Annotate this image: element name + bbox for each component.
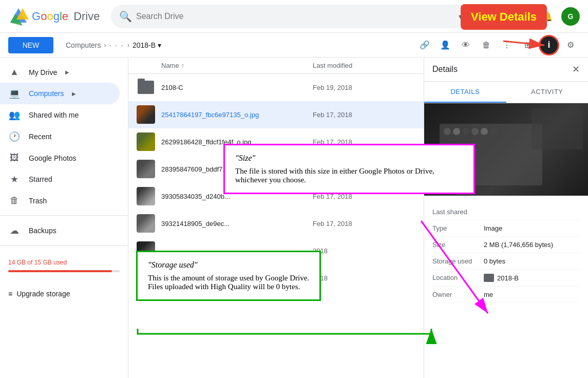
sidebar-item-label: Starred (29, 175, 52, 183)
panel-title: Details (432, 65, 568, 74)
detail-last-shared: Last shared (432, 204, 580, 220)
table-row[interactable]: 39321418905_de9ec... Feb 17, 2018 (128, 210, 424, 237)
computers-icon: 💻 (8, 88, 21, 99)
file-header-date[interactable]: Last modified (313, 62, 415, 69)
image-thumbnail (137, 133, 155, 151)
table-row[interactable]: 25417864197_fbc6e97135_o.jpg Feb 17, 201… (128, 101, 424, 128)
sidebar-item-label: Google Photos (29, 154, 77, 162)
sidebar-item-my-drive[interactable]: ▲ My Drive ▶ (0, 62, 120, 83)
trash-icon: 🗑 (8, 195, 21, 206)
view-toggle-button[interactable]: ⊞ (518, 36, 537, 54)
detail-location-label: Location (432, 274, 484, 282)
image-thumbnail (137, 187, 155, 205)
info-button[interactable]: i (539, 35, 559, 55)
view-details-annotation: View Details (461, 4, 547, 30)
image-thumbnail (137, 105, 155, 124)
new-button[interactable]: NEW (8, 37, 53, 53)
breadcrumb-computers[interactable]: Computers (66, 41, 101, 49)
logo-text: Google Drive (32, 10, 100, 23)
file-name: 25417864197_fbc6e97135_o.jpg (161, 111, 313, 119)
sidebar-item-recent[interactable]: 🕐 Recent (0, 126, 120, 147)
sidebar-item-backups[interactable]: ☁ Backups (0, 220, 120, 241)
detail-type-label: Type (432, 224, 484, 232)
avatar[interactable]: G (561, 7, 580, 26)
sidebar-item-shared[interactable]: 👥 Shared with me (0, 104, 120, 126)
photos-icon: 🖼 (8, 153, 21, 163)
expand-icon: ▶ (65, 69, 69, 75)
star-icon: ★ (8, 174, 21, 185)
upgrade-storage-button[interactable]: ≡ Upgrade storage (0, 285, 128, 303)
more-options-button[interactable]: ⋮ (498, 36, 516, 54)
sidebar-item-label: Trash (29, 197, 47, 205)
sidebar-item-label: Computers (29, 89, 64, 98)
search-bar[interactable]: 🔍 ▾ (111, 5, 470, 28)
image-thumbnail (137, 160, 155, 178)
storage-text: 14 GB of 15 GB used (8, 259, 67, 266)
file-list: 2108-C Feb 19, 2018 25417864197_fbc6e971… (128, 74, 424, 378)
share-button[interactable]: 👤 (436, 36, 454, 54)
search-icon: 🔍 (119, 10, 132, 23)
file-date: 2018 (313, 274, 415, 282)
file-date: Feb 17, 2018 (313, 220, 415, 228)
sidebar-item-label: My Drive (29, 68, 57, 77)
detail-type: Type Image (432, 220, 580, 237)
backups-icon: ☁ (8, 225, 21, 236)
detail-storage-label: Storage used (432, 257, 484, 265)
sidebar-item-photos[interactable]: 🖼 Google Photos (0, 147, 120, 168)
size-annotation-box: "Size" The file is stored with this size… (223, 144, 475, 194)
table-row[interactable]: 2108-C Feb 19, 2018 (128, 74, 424, 101)
sidebar-item-computers[interactable]: 💻 Computers ▶ (0, 83, 120, 104)
detail-location: Location 2018-B (432, 270, 580, 287)
file-date: Feb 17, 2018 (313, 111, 415, 119)
image-thumbnail (137, 214, 155, 233)
upgrade-icon: ≡ (8, 290, 12, 298)
panel-header: Details ✕ (424, 58, 588, 82)
panel-tabs: DETAILS ACTIVITY (424, 82, 588, 103)
right-panel: Details ✕ DETAILS ACTIVITY (424, 58, 588, 378)
file-date: 2018 (313, 247, 415, 255)
upgrade-label: Upgrade storage (16, 290, 70, 298)
settings-button[interactable]: ⚙ (561, 36, 580, 54)
detail-size-value: 2 MB (1,746,656 bytes) (484, 241, 580, 249)
delete-button[interactable]: 🗑 (477, 36, 496, 54)
detail-owner-value: me (484, 291, 580, 298)
detail-storage-value: 0 bytes (484, 257, 580, 265)
preview-button[interactable]: 👁 (457, 36, 475, 54)
my-drive-icon: ▲ (8, 67, 21, 78)
sidebar-item-starred[interactable]: ★ Starred (0, 168, 120, 190)
size-annotation-title: "Size" (235, 154, 463, 163)
toolbar: NEW Computers › · · · › 2018-B ▾ 🔗 👤 👁 🗑… (0, 33, 588, 58)
file-date: Feb 19, 2018 (313, 84, 415, 91)
breadcrumb-sep1: › (104, 42, 106, 49)
storage-divider (0, 245, 128, 246)
main-layout: ▲ My Drive ▶ 💻 Computers ▶ 👥 Shared with… (0, 58, 588, 378)
sidebar-item-trash[interactable]: 🗑 Trash (0, 190, 120, 211)
detail-location-value: 2018-B (484, 274, 580, 282)
location-folder-icon (484, 274, 494, 282)
sidebar: ▲ My Drive ▶ 💻 Computers ▶ 👥 Shared with… (0, 58, 128, 378)
storage-annotation-body: This is the amount of storage used by Go… (148, 274, 309, 291)
search-input[interactable] (136, 12, 459, 21)
detail-owner: Owner me (432, 287, 580, 303)
sidebar-divider (0, 215, 128, 216)
google-drive-logo-icon (8, 6, 29, 27)
close-panel-button[interactable]: ✕ (572, 64, 580, 75)
breadcrumb-sep2: › (127, 42, 129, 49)
storage-bar (8, 270, 112, 272)
file-header-name[interactable]: Name ↑ (161, 62, 313, 69)
panel-details: Last shared Type Image Size 2 MB (1,746,… (424, 196, 588, 378)
detail-size-label: Size (432, 241, 484, 249)
sidebar-item-label: Recent (29, 133, 51, 141)
sidebar-item-label: Shared with me (29, 111, 79, 119)
file-name: 2108-C (161, 84, 313, 91)
detail-last-shared-value (484, 208, 580, 216)
tab-activity[interactable]: ACTIVITY (506, 82, 589, 103)
toolbar-actions: 🔗 👤 👁 🗑 ⋮ ⊞ i ⚙ (415, 35, 580, 55)
link-button[interactable]: 🔗 (415, 36, 434, 54)
tab-details[interactable]: DETAILS (424, 82, 506, 103)
breadcrumb-current[interactable]: 2018-B ▾ (132, 41, 161, 49)
file-area: Name ↑ Last modified 2108-C Feb 19, 2018… (128, 58, 424, 378)
file-list-header: Name ↑ Last modified (128, 58, 424, 74)
storage-bar-container (8, 270, 120, 272)
detail-size: Size 2 MB (1,746,656 bytes) (432, 237, 580, 253)
